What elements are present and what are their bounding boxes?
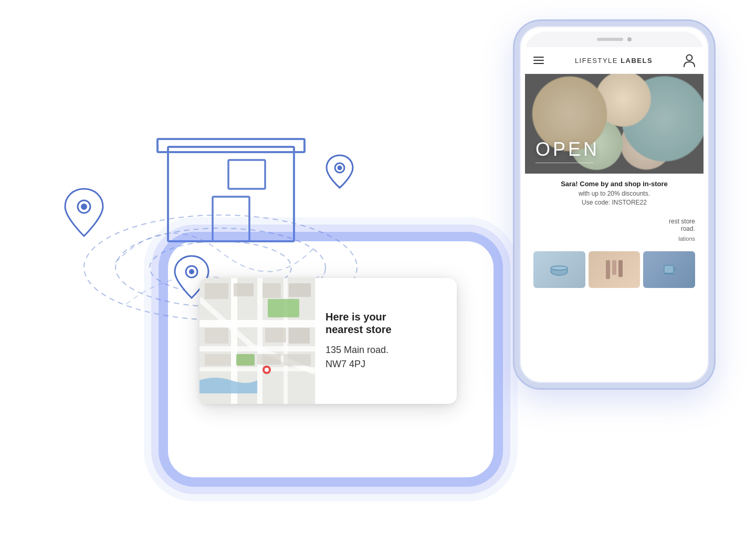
svg-point-8 bbox=[81, 204, 87, 210]
svg-rect-4 bbox=[158, 139, 304, 152]
svg-point-12 bbox=[338, 166, 342, 170]
store-building-icon bbox=[147, 105, 315, 252]
svg-rect-33 bbox=[289, 328, 310, 344]
svg-rect-23 bbox=[257, 278, 262, 404]
scene: LIFESTYLE LABELS OPEN bbox=[0, 0, 756, 556]
svg-rect-29 bbox=[262, 283, 281, 298]
thumbnail-3 bbox=[643, 251, 695, 288]
svg-rect-28 bbox=[234, 283, 254, 296]
popup-title-line1: Here is your bbox=[326, 311, 386, 323]
promo-sub-text: with up to 20% discounts. Use code: INST… bbox=[533, 189, 695, 207]
hero-underline bbox=[536, 163, 593, 163]
hero-open-text: OPEN bbox=[536, 138, 600, 161]
popup-address-line2: NW7 4PJ bbox=[326, 357, 446, 371]
user-icon[interactable] bbox=[684, 54, 695, 67]
menu-button[interactable] bbox=[533, 57, 544, 64]
phone-speaker bbox=[597, 38, 623, 41]
promo-line2: with up to 20% discounts. bbox=[533, 189, 695, 198]
promo-line3: Use code: INSTORE22 bbox=[533, 198, 695, 207]
thumbnails-row bbox=[525, 246, 704, 293]
phone-mockup: LIFESTYLE LABELS OPEN bbox=[514, 21, 714, 388]
popup-title-line2: nearest store bbox=[326, 324, 392, 335]
svg-rect-17 bbox=[664, 273, 674, 274]
svg-point-15 bbox=[551, 266, 568, 270]
thumbnail-1 bbox=[533, 251, 585, 288]
app-content: LIFESTYLE LABELS OPEN bbox=[525, 47, 704, 378]
svg-rect-25 bbox=[268, 299, 299, 317]
svg-rect-5 bbox=[213, 197, 249, 241]
svg-point-10 bbox=[189, 269, 194, 274]
promo-section: Sara! Come by and shop in-store with up … bbox=[525, 174, 704, 213]
logo-text-bold: LABELS bbox=[621, 57, 653, 65]
popup-address-line1: 135 Main road. bbox=[326, 343, 446, 357]
popup-map bbox=[200, 278, 315, 404]
svg-rect-32 bbox=[265, 328, 286, 343]
app-header: LIFESTYLE LABELS bbox=[525, 47, 704, 74]
popup-title: Here is your nearest store bbox=[326, 311, 446, 336]
svg-rect-3 bbox=[168, 147, 294, 241]
phone-inner: LIFESTYLE LABELS OPEN bbox=[525, 31, 704, 378]
svg-rect-27 bbox=[205, 283, 228, 299]
svg-rect-6 bbox=[228, 160, 265, 189]
svg-rect-35 bbox=[257, 354, 281, 365]
popup-info: Here is your nearest store 135 Main road… bbox=[315, 278, 457, 404]
illustration-area bbox=[32, 52, 388, 472]
svg-point-38 bbox=[265, 368, 269, 372]
map-svg bbox=[200, 278, 315, 404]
location-pin-right bbox=[326, 152, 354, 191]
svg-rect-16 bbox=[664, 265, 674, 274]
promo-main-text: Sara! Come by and shop in-store bbox=[533, 180, 695, 188]
logo-text-regular: LIFESTYLE bbox=[575, 57, 621, 65]
phone-frame: LIFESTYLE LABELS OPEN bbox=[514, 21, 714, 388]
app-logo: LIFESTYLE LABELS bbox=[575, 57, 653, 65]
thumbnail-2 bbox=[589, 251, 640, 288]
svg-rect-30 bbox=[289, 283, 311, 297]
svg-rect-26 bbox=[236, 354, 255, 366]
nearest-store-partial: rest store road. bbox=[525, 213, 704, 234]
svg-rect-31 bbox=[205, 328, 228, 344]
hero-image: OPEN bbox=[525, 74, 704, 174]
svg-point-13 bbox=[687, 55, 692, 61]
svg-rect-34 bbox=[205, 354, 231, 366]
nearest-store-popup: Here is your nearest store 135 Main road… bbox=[200, 278, 457, 404]
location-pin-left bbox=[63, 184, 105, 241]
phone-camera bbox=[627, 37, 632, 41]
popup-address: 135 Main road. NW7 4PJ bbox=[326, 343, 446, 371]
svg-rect-36 bbox=[284, 354, 311, 366]
celebrations-partial: lations bbox=[525, 234, 704, 246]
phone-topbar bbox=[525, 31, 704, 47]
